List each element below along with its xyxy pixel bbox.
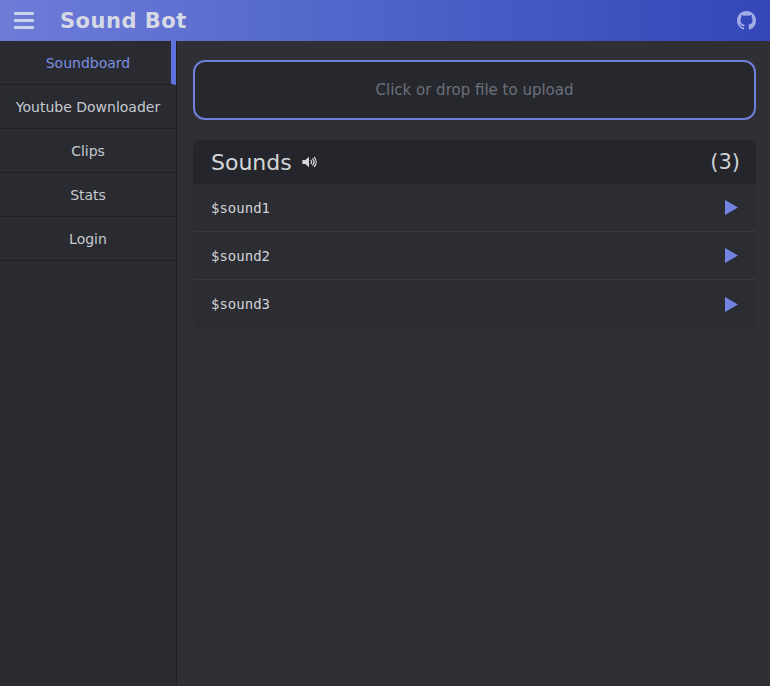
sidebar: Soundboard Youtube Downloader Clips Stat… bbox=[0, 41, 177, 686]
sidebar-item-youtube-downloader[interactable]: Youtube Downloader bbox=[0, 85, 176, 129]
sidebar-item-stats[interactable]: Stats bbox=[0, 173, 176, 217]
sound-row: $sound1 bbox=[193, 184, 756, 232]
play-button[interactable] bbox=[723, 295, 740, 314]
menu-button[interactable] bbox=[14, 10, 40, 32]
sounds-panel-header: Sounds (3) bbox=[193, 140, 756, 184]
sounds-panel: Sounds (3) $s bbox=[193, 140, 756, 328]
upload-label: Click or drop file to upload bbox=[376, 81, 574, 99]
sound-list: $sound1 $sound2 $sound3 bbox=[193, 184, 756, 328]
topbar: Sound Bot bbox=[0, 0, 770, 41]
play-icon bbox=[725, 297, 738, 312]
play-button[interactable] bbox=[723, 198, 740, 217]
app-title: Sound Bot bbox=[60, 9, 187, 33]
sound-row: $sound2 bbox=[193, 232, 756, 280]
play-button[interactable] bbox=[723, 246, 740, 265]
sounds-count: (3) bbox=[710, 150, 740, 174]
sidebar-item-soundboard[interactable]: Soundboard bbox=[0, 41, 176, 85]
speaker-icon bbox=[299, 152, 319, 172]
sound-name: $sound2 bbox=[211, 248, 270, 264]
play-icon bbox=[725, 200, 738, 215]
layout: Soundboard Youtube Downloader Clips Stat… bbox=[0, 41, 770, 686]
upload-dropzone[interactable]: Click or drop file to upload bbox=[193, 60, 756, 120]
sound-name: $sound1 bbox=[211, 200, 270, 216]
sounds-title: Sounds bbox=[211, 150, 292, 175]
github-icon bbox=[737, 11, 756, 30]
github-link[interactable] bbox=[737, 11, 756, 30]
main-content: Click or drop file to upload Sounds bbox=[177, 41, 770, 686]
app-window: Sound Bot Soundboard Youtube Downloader … bbox=[0, 0, 770, 686]
sidebar-item-login[interactable]: Login bbox=[0, 217, 176, 261]
play-icon bbox=[725, 248, 738, 263]
menu-icon bbox=[14, 12, 34, 15]
sidebar-item-clips[interactable]: Clips bbox=[0, 129, 176, 173]
sound-name: $sound3 bbox=[211, 296, 270, 312]
sound-row: $sound3 bbox=[193, 280, 756, 328]
